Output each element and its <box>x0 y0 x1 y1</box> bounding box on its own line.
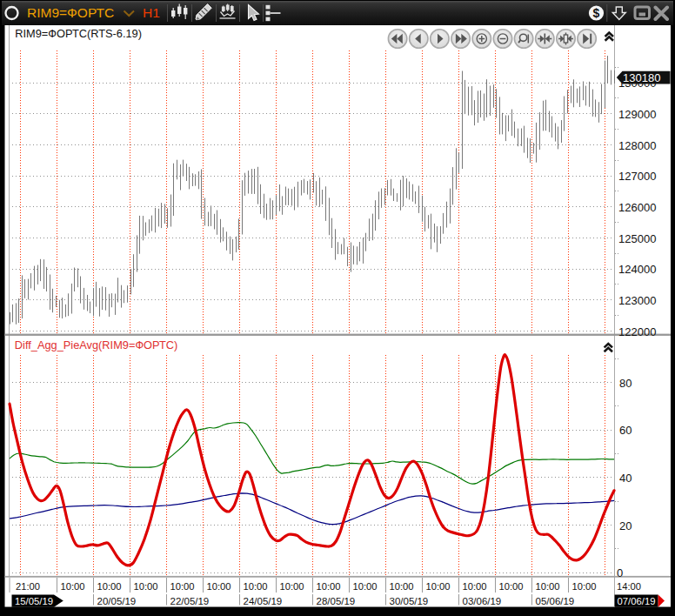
svg-text:40: 40 <box>619 472 632 485</box>
svg-text:24/05/19: 24/05/19 <box>244 596 283 606</box>
svg-text:22/05/19: 22/05/19 <box>170 596 210 606</box>
svg-text:10:00: 10:00 <box>134 581 158 592</box>
svg-text:124000: 124000 <box>618 263 656 276</box>
svg-text:Diff_Agg_PieAvg(RIM9=ФОРТС): Diff_Agg_PieAvg(RIM9=ФОРТС) <box>15 338 178 352</box>
svg-text:80: 80 <box>619 377 632 390</box>
svg-text:14:00: 14:00 <box>617 581 641 592</box>
svg-text:07/06/19: 07/06/19 <box>618 596 656 606</box>
svg-text:60: 60 <box>619 424 632 437</box>
svg-text:10:00: 10:00 <box>353 581 378 592</box>
svg-text:RIM9=ФОРТС: RIM9=ФОРТС <box>27 5 114 20</box>
svg-text:10:00: 10:00 <box>390 581 414 592</box>
svg-text:10:00: 10:00 <box>536 581 560 592</box>
svg-text:20: 20 <box>619 519 632 532</box>
svg-text:10:00: 10:00 <box>280 581 304 592</box>
svg-text:10:00: 10:00 <box>572 581 597 592</box>
svg-text:10:00: 10:00 <box>97 581 122 592</box>
svg-text:05/06/19: 05/06/19 <box>536 596 575 606</box>
svg-text:10:00: 10:00 <box>170 581 195 592</box>
svg-text:20/05/19: 20/05/19 <box>97 596 137 606</box>
svg-text:RIM9=ФОРТС(RTS-6.19): RIM9=ФОРТС(RTS-6.19) <box>15 27 142 40</box>
svg-text:128000: 128000 <box>618 139 656 152</box>
svg-text:123000: 123000 <box>618 294 656 307</box>
svg-text:122000: 122000 <box>618 325 656 338</box>
svg-text:H1: H1 <box>143 5 160 20</box>
svg-text:10:00: 10:00 <box>317 581 341 592</box>
svg-text:15/05/19: 15/05/19 <box>15 596 53 606</box>
svg-text:125000: 125000 <box>618 232 656 245</box>
svg-text:126000: 126000 <box>618 201 656 214</box>
svg-text:129000: 129000 <box>618 108 656 121</box>
svg-text:21:00: 21:00 <box>16 581 40 592</box>
svg-text:10:00: 10:00 <box>426 581 451 592</box>
svg-text:10:00: 10:00 <box>244 581 268 592</box>
svg-text:10:00: 10:00 <box>463 581 487 592</box>
svg-text:0: 0 <box>617 566 623 579</box>
svg-text:03/06/19: 03/06/19 <box>463 596 502 606</box>
svg-text:10:00: 10:00 <box>499 581 524 592</box>
svg-text:28/05/19: 28/05/19 <box>317 596 356 606</box>
svg-text:127000: 127000 <box>618 170 656 183</box>
svg-text:10:00: 10:00 <box>61 581 85 592</box>
svg-text:130180: 130180 <box>623 71 660 84</box>
svg-text:$: $ <box>593 6 600 20</box>
svg-text:10:00: 10:00 <box>207 581 231 592</box>
svg-text:30/05/19: 30/05/19 <box>390 596 429 606</box>
